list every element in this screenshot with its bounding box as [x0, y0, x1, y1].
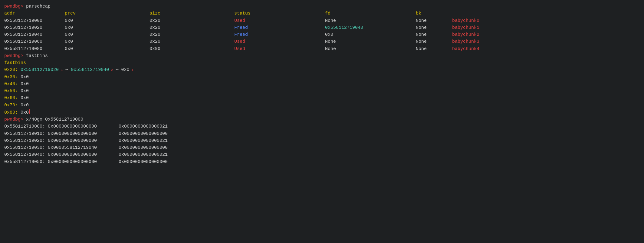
xgx-val2-2: 0x0000000000000021 — [119, 137, 168, 144]
prompt-xgx: pwndbg> x/40gx 0x558112719000 — [4, 116, 640, 123]
prompt-symbol-2: pwndbg> — [4, 52, 23, 59]
row4-addr: 0x558112719080 — [4, 45, 65, 52]
xgx-spacer-5 — [97, 158, 119, 165]
header-bk: bk — [416, 10, 452, 17]
row2-prev: 0x0 — [65, 31, 150, 38]
xgx-val2-0: 0x0000000000000021 — [119, 123, 168, 130]
xgx-row-2: 0x558112719020: 0x0000000000000000 0x000… — [4, 137, 640, 144]
prompt-symbol-3: pwndbg> — [4, 116, 23, 123]
fastbin-size-60: 0x60: — [4, 95, 21, 102]
xgx-val1-0: 0x0000000000000000 — [48, 123, 97, 130]
prompt-fastbins: pwndbg> fastbins — [4, 52, 640, 59]
fastbin-size-40: 0x40: — [4, 81, 21, 88]
xgx-row-0: 0x558112719000: 0x0000000000000000 0x000… — [4, 123, 640, 130]
row3-prev: 0x0 — [65, 38, 150, 45]
row0-prev: 0x0 — [65, 17, 150, 24]
cmd-parseheap: parseheap — [23, 3, 51, 10]
fastbin-arrow1-20: → — [63, 66, 71, 73]
xgx-val2-5: 0x0000000000000000 — [119, 158, 168, 165]
xgx-spacer-0 — [97, 123, 119, 130]
fastbin-val-30: 0x0 — [21, 74, 29, 81]
xgx-spacer-3 — [97, 144, 119, 151]
fastbin-sup2-20: 2 — [109, 68, 113, 73]
xgx-spacer-4 — [97, 151, 119, 158]
terminal-cursor — [29, 109, 30, 114]
row1-prev: 0x0 — [65, 24, 150, 31]
row1-status: Freed — [234, 24, 325, 31]
row2-bk: None — [416, 31, 452, 38]
fastbin-row-0x20: 0x20: 0x558112719020 1 → 0x558112719040 … — [4, 66, 640, 73]
row0-bk: None — [416, 17, 452, 24]
fastbin-val-40: 0x0 — [21, 81, 29, 88]
row1-size: 0x20 — [150, 24, 234, 31]
fastbin-sup1-20: 1 — [59, 68, 63, 73]
fastbin-val1-20: 0x558112719020 — [21, 66, 59, 73]
fastbin-sup3-20: 1 — [130, 68, 133, 73]
cmd-xgx: x/40gx 0x558112719000 — [23, 116, 83, 123]
xgx-val1-3: 0x0000558112719040 — [48, 144, 97, 151]
xgx-addr-5: 0x558112719050: — [4, 158, 48, 165]
xgx-val1-4: 0x0000000000000000 — [48, 151, 97, 158]
row2-addr: 0x558112719040 — [4, 31, 65, 38]
xgx-addr-0: 0x558112719000: — [4, 123, 48, 130]
row1-fd: 0x558112719040 — [325, 24, 416, 31]
fastbin-size-30: 0x30: — [4, 74, 21, 81]
table-row: 0x558112719000 0x0 0x20 Used None None b… — [4, 17, 640, 24]
row2-size: 0x20 — [150, 31, 234, 38]
fastbin-row-0x60: 0x60: 0x0 — [4, 95, 640, 102]
xgx-val1-1: 0x0000000000000000 — [48, 130, 97, 137]
fastbin-val3-20: 0x0 — [121, 66, 130, 73]
table-row: 0x558112719060 0x0 0x20 Used None None b… — [4, 38, 640, 45]
row2-status: Freed — [234, 31, 325, 38]
fastbin-size-20: 0x20: — [4, 66, 21, 73]
fastbin-size-70: 0x70: — [4, 102, 21, 109]
fastbin-val-60: 0x0 — [21, 95, 29, 102]
xgx-addr-2: 0x558112719020: — [4, 137, 48, 144]
header-prev: prev — [65, 10, 150, 17]
row0-size: 0x20 — [150, 17, 234, 24]
prompt-parseheap: pwndbg> parseheap — [4, 3, 640, 10]
row3-size: 0x20 — [150, 38, 234, 45]
xgx-val2-3: 0x0000000000000000 — [119, 144, 168, 151]
xgx-spacer-1 — [97, 130, 119, 137]
table-row: 0x558112719080 0x0 0x90 Used None None b… — [4, 45, 640, 52]
row2-name: babychunk2 — [452, 31, 479, 38]
row1-addr: 0x558112719020 — [4, 24, 65, 31]
row0-fd: None — [325, 17, 416, 24]
fastbin-val-50: 0x0 — [21, 88, 29, 95]
fastbins-label: fastbins — [4, 59, 26, 66]
row0-name: babychunk0 — [452, 17, 479, 24]
row3-bk: None — [416, 38, 452, 45]
fastbin-size-50: 0x50: — [4, 88, 21, 95]
fastbin-row-0x40: 0x40: 0x0 — [4, 81, 640, 88]
xgx-row-1: 0x558112719010: 0x0000000000000000 0x000… — [4, 130, 640, 137]
header-status: status — [234, 10, 325, 17]
xgx-val1-5: 0x0000000000000000 — [48, 158, 97, 165]
row4-size: 0x90 — [150, 45, 234, 52]
fastbin-val-80: 0x0 — [21, 109, 29, 116]
xgx-addr-3: 0x558112719030: — [4, 144, 48, 151]
xgx-val2-1: 0x0000000000000000 — [119, 130, 168, 137]
xgx-addr-4: 0x558112719040: — [4, 151, 48, 158]
row1-bk: None — [416, 24, 452, 31]
table-header: addr prev size status fd bk — [4, 10, 640, 17]
fastbin-arrow2-20: ← — [113, 66, 121, 73]
fastbin-row-0x50: 0x50: 0x0 — [4, 88, 640, 95]
xgx-addr-1: 0x558112719010: — [4, 130, 48, 137]
cmd-fastbins: fastbins — [23, 52, 48, 59]
xgx-spacer-2 — [97, 137, 119, 144]
row4-fd: None — [325, 45, 416, 52]
row4-name: babychunk4 — [452, 45, 479, 52]
row4-status: Used — [234, 45, 325, 52]
row1-name: babychunk1 — [452, 24, 479, 31]
fastbin-row-0x70: 0x70: 0x0 — [4, 102, 640, 109]
header-addr: addr — [4, 10, 65, 17]
row3-fd: None — [325, 38, 416, 45]
fastbin-val2-20: 0x558112719040 — [71, 66, 109, 73]
fastbin-val-70: 0x0 — [21, 102, 29, 109]
row4-bk: None — [416, 45, 452, 52]
xgx-val1-2: 0x0000000000000000 — [48, 137, 97, 144]
header-size: size — [150, 10, 234, 17]
row3-addr: 0x558112719060 — [4, 38, 65, 45]
fastbin-row-0x30: 0x30: 0x0 — [4, 74, 640, 81]
